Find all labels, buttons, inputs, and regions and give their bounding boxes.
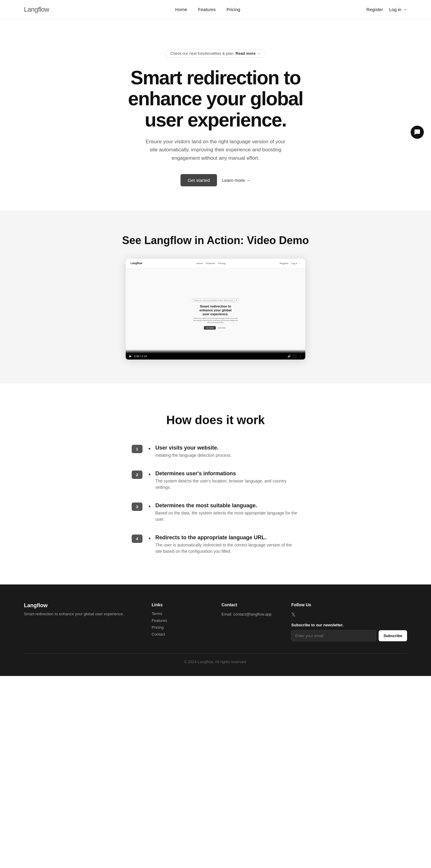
hero-description: Ensure your visitors land on the right l… (144, 137, 287, 162)
learn-more-button[interactable]: Learn more → (222, 178, 251, 183)
video-inner-links: Home Features Pricing (196, 262, 225, 265)
video-inner-desc: Ensure your visitors land on the right l… (192, 317, 239, 323)
step-item: 1 • User visits your website. Initiating… (132, 445, 299, 459)
register-link[interactable]: Register (366, 7, 383, 12)
hero-buttons: Get started Learn more → (12, 174, 419, 186)
step-title: Redirects to the appropriate language UR… (155, 534, 299, 541)
nav-features[interactable]: Features (198, 7, 216, 12)
footer-links-heading: Links (152, 602, 209, 607)
step-description: Based on the data, the system selects th… (155, 510, 299, 523)
step-item: 3 • Determines the most suitable languag… (132, 502, 299, 523)
video-preview: Langflow Home Features Pricing Register … (126, 259, 305, 360)
hero-badge-text: Check our next functionalities & plan. (170, 51, 234, 56)
chat-bubble[interactable] (411, 126, 424, 139)
steps-list: 1 • User visits your website. Initiating… (132, 445, 299, 555)
hero-title: Smart redirection to enhance your global… (123, 67, 308, 130)
newsletter-input[interactable] (291, 630, 376, 641)
step-number: 1 (132, 445, 142, 453)
step-dot: • (148, 445, 150, 453)
step-description: The user is automatically redirected to … (155, 542, 299, 555)
fullscreen-icon[interactable]: ⛶ (293, 354, 296, 358)
volume-icon[interactable]: 🔊 (287, 354, 291, 358)
nav-pricing[interactable]: Pricing (227, 7, 240, 12)
get-started-button[interactable]: Get started (180, 174, 217, 186)
footer-follow-col: Follow Us 𝕏 Subscribe to our newsletter.… (291, 602, 407, 641)
video-controls-left: ▶ 0:00 / 2:14 (129, 354, 147, 358)
newsletter-form: Subscribe (291, 630, 407, 641)
step-title: Determines user's informations (155, 470, 299, 477)
step-title: User visits your website. (155, 445, 232, 451)
logo-text: Langflow (24, 6, 49, 13)
video-inner-buttons: Get started Learn more → (204, 326, 227, 330)
video-inner-logo: Langflow (131, 262, 142, 265)
footer: Langflow Smart redirection to enhance yo… (0, 584, 431, 676)
step-dot: • (148, 470, 150, 478)
step-number: 4 (132, 534, 142, 543)
video-inner-content: Check our next functionalities & plan. R… (126, 268, 305, 360)
step-content: Determines the most suitable language. B… (155, 502, 299, 523)
footer-link[interactable]: Contact (152, 632, 209, 637)
step-dot: • (148, 502, 150, 510)
step-number: 3 (132, 502, 142, 511)
copyright: © 2024 Langflow. All rights reserved. (184, 659, 247, 664)
video-inner-nav-actions: Register Log in → (280, 262, 300, 265)
footer-contact-heading: Contact (222, 602, 279, 607)
video-progress-bar[interactable] (129, 352, 302, 353)
how-section: How does it work 1 • User visits your we… (0, 383, 431, 584)
step-dot: • (148, 534, 150, 542)
video-inner-badge: Check our next functionalities & plan. R… (192, 298, 239, 302)
navbar: Langflow Home Features Pricing Register … (0, 0, 431, 19)
hero-badge-link[interactable]: Read more → (235, 51, 261, 56)
video-section-title: See Langflow in Action: Video Demo (12, 234, 419, 247)
twitter-icon[interactable]: 𝕏 (291, 611, 407, 618)
video-controls-right: 🔊 ⛶ ⋮ (287, 354, 302, 358)
more-options-icon[interactable]: ⋮ (299, 354, 302, 358)
footer-brand-tagline: Smart redirection to enhance your global… (24, 611, 140, 617)
video-inner-title: Smart redirection toenhance your globalu… (200, 305, 232, 316)
login-link[interactable]: Log in → (389, 7, 407, 12)
footer-contact-email: Email: contact@langflow.app (222, 612, 271, 616)
nav-actions: Register Log in → (366, 7, 407, 12)
footer-link[interactable]: Terms (152, 611, 209, 616)
footer-brand-name: Langflow (24, 602, 140, 609)
footer-link[interactable]: Pricing (152, 625, 209, 630)
step-number: 2 (132, 470, 142, 479)
footer-grid: Langflow Smart redirection to enhance yo… (24, 602, 407, 641)
footer-contact-col: Contact Email: contact@langflow.app (222, 602, 279, 641)
step-title: Determines the most suitable language. (155, 502, 299, 509)
video-inner-learn: Learn more → (218, 327, 227, 329)
hero-section: Check our next functionalities & plan. R… (0, 19, 431, 210)
step-content: Redirects to the appropriate language UR… (155, 534, 299, 555)
footer-links-col: Links TermsFeaturesPricingContact (152, 602, 209, 641)
step-description: Initiating the language detection proces… (155, 452, 232, 459)
footer-link[interactable]: Features (152, 618, 209, 623)
video-time: 0:00 / 2:14 (134, 355, 147, 358)
footer-follow-heading: Follow Us (291, 602, 407, 607)
step-content: Determines user's informations The syste… (155, 470, 299, 491)
footer-links: TermsFeaturesPricingContact (152, 611, 209, 637)
step-description: The system detects the user's location, … (155, 478, 299, 491)
footer-brand: Langflow Smart redirection to enhance yo… (24, 602, 140, 641)
step-content: User visits your website. Initiating the… (155, 445, 232, 459)
newsletter-subscribe-button[interactable]: Subscribe (379, 630, 407, 641)
video-inner-nav: Langflow Home Features Pricing Register … (126, 259, 305, 268)
nav-links: Home Features Pricing (175, 7, 240, 12)
video-controls-row: ▶ 0:00 / 2:14 🔊 ⛶ ⋮ (129, 354, 302, 358)
newsletter-label: Subscribe to our newsletter. (291, 623, 407, 627)
hero-badge: Check our next functionalities & plan. R… (165, 49, 265, 58)
video-controls[interactable]: ▶ 0:00 / 2:14 🔊 ⛶ ⋮ (126, 349, 305, 360)
step-item: 2 • Determines user's informations The s… (132, 470, 299, 491)
footer-bottom: © 2024 Langflow. All rights reserved. (24, 653, 407, 664)
logo[interactable]: Langflow (24, 6, 49, 13)
how-section-title: How does it work (12, 413, 419, 427)
nav-home[interactable]: Home (175, 7, 188, 12)
step-item: 4 • Redirects to the appropriate languag… (132, 534, 299, 555)
chat-icon (414, 129, 421, 135)
video-container[interactable]: Langflow Home Features Pricing Register … (126, 259, 305, 360)
play-icon[interactable]: ▶ (129, 354, 132, 358)
video-section: See Langflow in Action: Video Demo Langf… (0, 210, 431, 384)
video-inner-cta: Get started (204, 326, 216, 330)
video-inner: Langflow Home Features Pricing Register … (126, 259, 305, 360)
